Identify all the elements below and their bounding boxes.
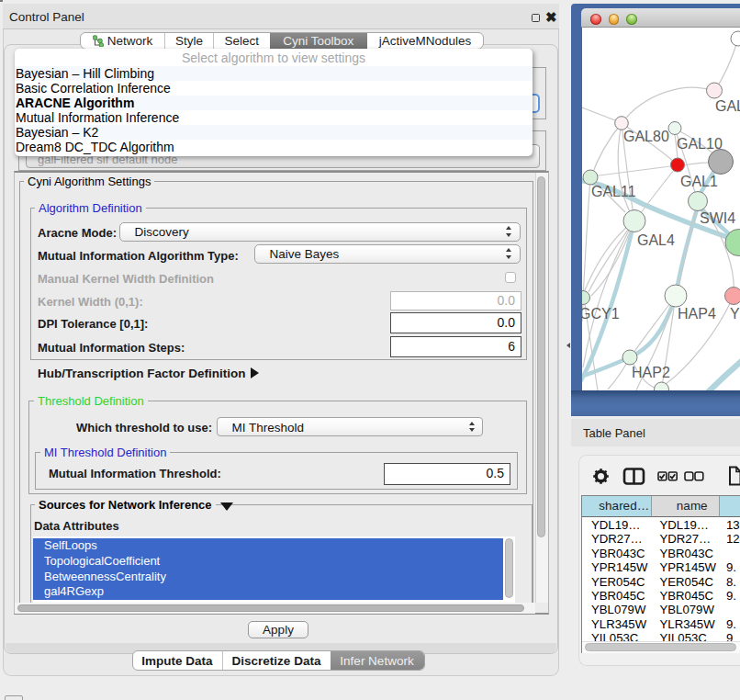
svg-text:GAL80: GAL80 bbox=[623, 129, 669, 144]
svg-text:GAL11: GAL11 bbox=[591, 184, 636, 199]
svg-text:YG: YG bbox=[730, 306, 740, 322]
svg-text:GAL10: GAL10 bbox=[677, 136, 723, 152]
svg-text:GAL4: GAL4 bbox=[637, 232, 675, 248]
svg-text:HAP2: HAP2 bbox=[632, 365, 670, 380]
svg-text:GAL7: GAL7 bbox=[715, 98, 740, 114]
svg-text:SWI4: SWI4 bbox=[700, 210, 735, 226]
svg-text:HAP4: HAP4 bbox=[678, 306, 716, 322]
svg-text:GAL1: GAL1 bbox=[680, 174, 718, 189]
svg-text:GCY1: GCY1 bbox=[582, 306, 620, 322]
